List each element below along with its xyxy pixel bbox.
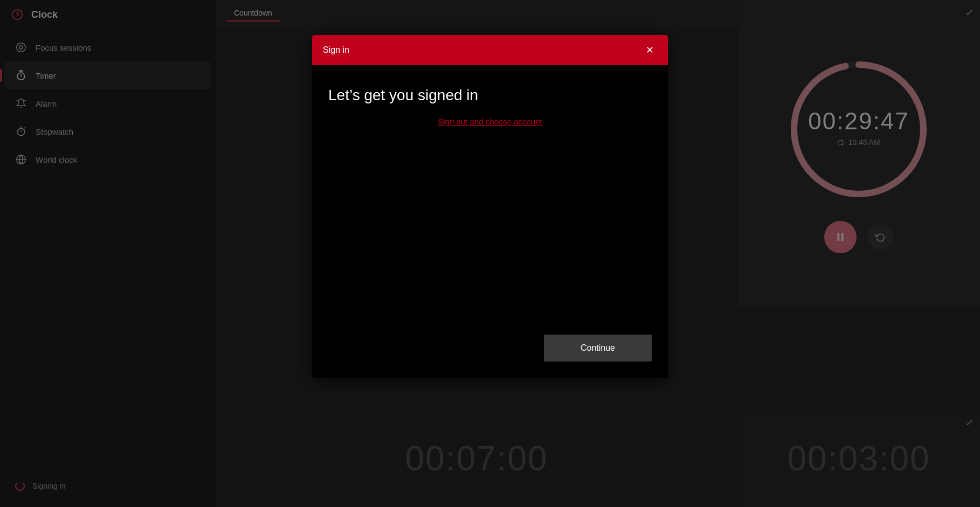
modal-overlay: Sign in ✕ Let’s get you signed in Sign o…	[0, 0, 980, 507]
modal-title: Sign in	[323, 45, 349, 55]
modal-header: Sign in ✕	[312, 35, 668, 65]
continue-button[interactable]: Continue	[544, 335, 652, 362]
sign-in-modal: Sign in ✕ Let’s get you signed in Sign o…	[312, 35, 668, 378]
modal-heading: Let’s get you signed in	[328, 87, 652, 104]
sign-out-link[interactable]: Sign out and choose account	[328, 117, 652, 126]
modal-footer: Continue	[312, 335, 668, 378]
modal-close-button[interactable]: ✕	[642, 43, 657, 58]
modal-body: Let’s get you signed in Sign out and cho…	[312, 65, 668, 335]
